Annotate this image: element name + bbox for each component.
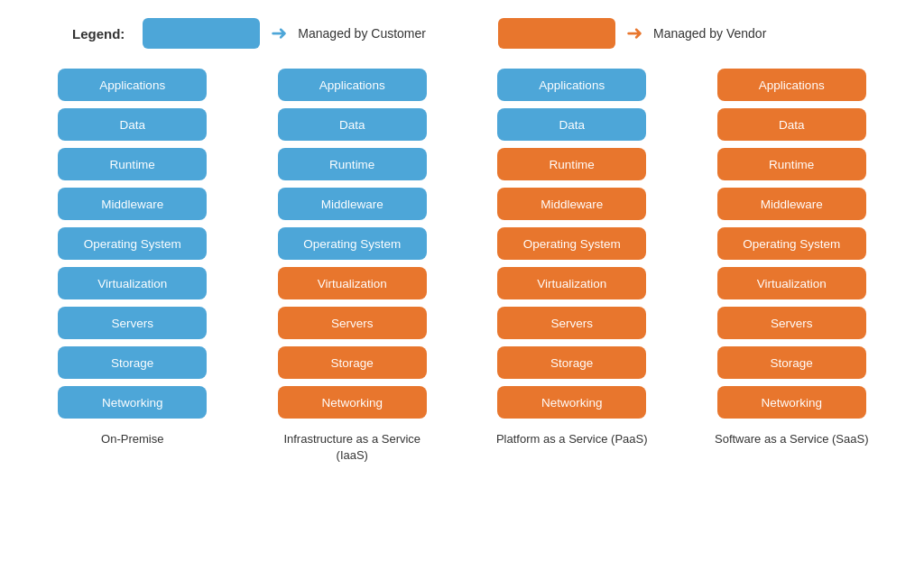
pill-middleware-iaas: Middleware bbox=[278, 188, 427, 220]
column-label-iaas: Infrastructure as a Service (IaaS) bbox=[273, 431, 431, 464]
column-label-saas: Software as a Service (SaaS) bbox=[715, 431, 869, 447]
pill-virtualization-on-premise: Virtualization bbox=[58, 267, 207, 299]
pill-networking-paas: Networking bbox=[497, 386, 646, 419]
pill-applications-iaas: Applications bbox=[278, 69, 427, 101]
legend-label: Legend: bbox=[72, 26, 125, 41]
pill-middleware-saas: Middleware bbox=[717, 188, 866, 220]
column-on-premise: ApplicationsDataRuntimeMiddlewareOperati… bbox=[53, 69, 211, 447]
pill-networking-on-premise: Networking bbox=[58, 386, 207, 419]
pill-storage-saas: Storage bbox=[717, 346, 866, 379]
pill-networking-iaas: Networking bbox=[278, 386, 427, 419]
pill-data-on-premise: Data bbox=[58, 108, 207, 141]
vendor-legend-group: ➜ Managed by Vendor bbox=[498, 18, 766, 49]
pill-operating-system-iaas: Operating System bbox=[278, 227, 427, 260]
pill-servers-iaas: Servers bbox=[278, 307, 427, 339]
pill-servers-paas: Servers bbox=[497, 307, 646, 339]
legend: Legend: ➜ Managed by Customer ➜ Managed … bbox=[72, 18, 897, 49]
pill-applications-paas: Applications bbox=[497, 69, 646, 101]
pill-storage-on-premise: Storage bbox=[58, 346, 207, 379]
pill-virtualization-paas: Virtualization bbox=[497, 267, 646, 299]
pill-runtime-on-premise: Runtime bbox=[58, 148, 207, 180]
pill-networking-saas: Networking bbox=[717, 386, 866, 419]
legend-box-customer bbox=[143, 18, 260, 49]
pill-operating-system-on-premise: Operating System bbox=[58, 227, 207, 260]
pill-data-saas: Data bbox=[717, 108, 866, 141]
pill-middleware-on-premise: Middleware bbox=[58, 188, 207, 220]
pill-servers-on-premise: Servers bbox=[58, 307, 207, 339]
pill-virtualization-saas: Virtualization bbox=[717, 267, 866, 299]
arrow-customer-icon: ➜ bbox=[271, 22, 287, 45]
pill-operating-system-paas: Operating System bbox=[497, 227, 646, 260]
column-saas: ApplicationsDataRuntimeMiddlewareOperati… bbox=[713, 69, 871, 447]
pill-runtime-iaas: Runtime bbox=[278, 148, 427, 180]
pill-middleware-paas: Middleware bbox=[497, 188, 646, 220]
pill-applications-on-premise: Applications bbox=[58, 69, 207, 101]
legend-vendor-text: Managed by Vendor bbox=[653, 26, 766, 41]
pill-runtime-paas: Runtime bbox=[497, 148, 646, 180]
legend-box-vendor bbox=[498, 18, 615, 49]
pill-data-paas: Data bbox=[497, 108, 646, 141]
column-label-on-premise: On-Premise bbox=[101, 431, 163, 447]
pill-operating-system-saas: Operating System bbox=[717, 227, 866, 260]
arrow-vendor-icon: ➜ bbox=[626, 22, 642, 45]
pill-data-iaas: Data bbox=[278, 108, 427, 141]
customer-legend-group: ➜ Managed by Customer bbox=[143, 18, 426, 49]
pill-applications-saas: Applications bbox=[717, 69, 866, 101]
legend-customer-text: Managed by Customer bbox=[298, 26, 426, 41]
pill-virtualization-iaas: Virtualization bbox=[278, 267, 427, 299]
pill-runtime-saas: Runtime bbox=[717, 148, 866, 180]
main-grid: ApplicationsDataRuntimeMiddlewareOperati… bbox=[27, 69, 897, 464]
column-paas: ApplicationsDataRuntimeMiddlewareOperati… bbox=[493, 69, 651, 447]
page-wrapper: Legend: ➜ Managed by Customer ➜ Managed … bbox=[0, 0, 924, 482]
pill-storage-iaas: Storage bbox=[278, 346, 427, 379]
column-iaas: ApplicationsDataRuntimeMiddlewareOperati… bbox=[273, 69, 431, 464]
pill-storage-paas: Storage bbox=[497, 346, 646, 379]
column-label-paas: Platform as a Service (PaaS) bbox=[496, 431, 648, 447]
pill-servers-saas: Servers bbox=[717, 307, 866, 339]
